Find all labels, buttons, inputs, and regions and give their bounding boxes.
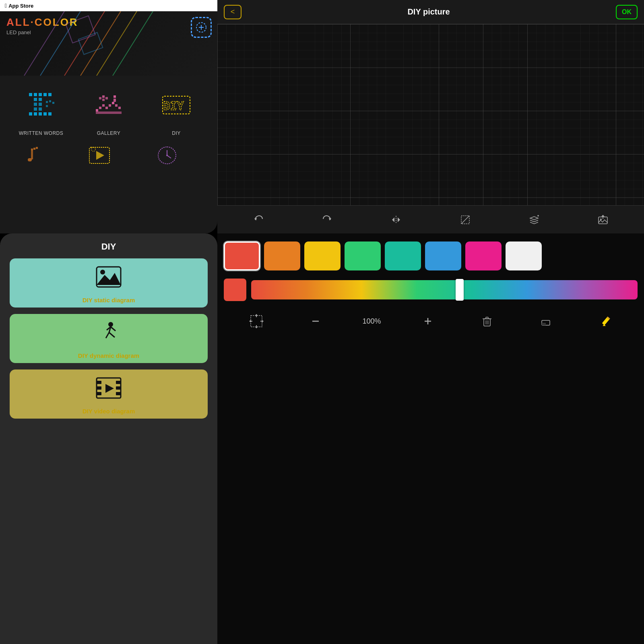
written-words-icon [19, 83, 63, 127]
svg-rect-44 [114, 95, 116, 98]
zoom-indicator: 100% [362, 317, 381, 326]
zoom-out-button[interactable] [303, 309, 328, 333]
swatch-teal[interactable] [385, 242, 421, 270]
diy-video-option[interactable]: DIY video diagram [10, 369, 208, 419]
color-swatches-row [224, 242, 638, 270]
pencil-button[interactable] [593, 309, 617, 333]
swatch-blue[interactable] [425, 242, 461, 270]
svg-rect-7 [78, 33, 103, 55]
diy-label: DIY [172, 130, 181, 136]
svg-rect-93 [251, 316, 262, 327]
svg-rect-34 [105, 107, 108, 109]
written-words-item[interactable]: WRITTEN WORDS [10, 83, 72, 136]
svg-rect-13 [39, 93, 42, 96]
swatch-red[interactable] [224, 242, 260, 270]
diy-menu-panel: DIY DIY static diagram [0, 233, 217, 644]
swatch-white[interactable] [506, 242, 542, 270]
svg-rect-37 [115, 104, 118, 107]
nav-title: DIY picture [407, 7, 450, 17]
swatch-pink[interactable] [465, 242, 502, 270]
svg-marker-67 [398, 217, 400, 222]
diy-dynamic-option[interactable]: DIY dynamic diagram [10, 314, 208, 363]
svg-marker-64 [329, 218, 331, 221]
svg-rect-23 [34, 112, 37, 116]
svg-marker-92 [105, 384, 114, 393]
trash-button[interactable] [475, 309, 499, 333]
layers-button[interactable] [525, 211, 543, 229]
svg-marker-63 [254, 218, 257, 221]
svg-rect-20 [34, 107, 37, 111]
svg-rect-87 [97, 386, 101, 390]
app-logo: ALL·COLOR [6, 16, 211, 29]
svg-rect-36 [112, 102, 114, 104]
swatch-green[interactable] [345, 242, 381, 270]
video-play-icon-partial[interactable] [77, 143, 122, 167]
swatch-orange[interactable] [264, 242, 300, 270]
static-diagram-icon [95, 265, 123, 293]
svg-rect-52 [28, 158, 32, 161]
svg-point-79 [108, 322, 113, 327]
app-sub: LED panel [6, 29, 211, 35]
mirror-button[interactable] [387, 211, 405, 229]
grid-svg: // We'll generate in the SVG via defs pa… [217, 24, 644, 205]
gallery-label: GALLERY [97, 130, 121, 136]
svg-rect-31 [96, 109, 98, 111]
swatch-yellow[interactable] [304, 242, 341, 270]
svg-rect-49 [33, 148, 35, 150]
zoom-in-button[interactable] [416, 309, 440, 333]
svg-rect-41 [105, 97, 108, 99]
svg-rect-91 [116, 392, 121, 395]
clock-icon-partial[interactable] [145, 143, 189, 167]
app-header: ALL·COLOR LED panel [0, 11, 217, 76]
svg-rect-27 [46, 101, 48, 103]
dynamic-diagram-label: DIY dynamic diagram [78, 352, 139, 359]
svg-marker-99 [249, 320, 251, 322]
svg-rect-28 [49, 100, 51, 102]
svg-marker-97 [255, 327, 258, 328]
color-picker-panel: 100% [217, 233, 644, 644]
svg-marker-101 [262, 320, 264, 322]
svg-rect-26 [48, 112, 52, 116]
svg-rect-50 [36, 147, 38, 149]
music-icon-partial[interactable] [10, 143, 54, 167]
svg-point-59 [166, 155, 168, 156]
add-button[interactable] [191, 17, 212, 38]
svg-rect-32 [99, 107, 101, 109]
diy-static-option[interactable]: DIY static diagram [10, 258, 208, 308]
import-image-button[interactable] [594, 211, 612, 229]
ok-button[interactable]: OK [616, 5, 638, 19]
redo-button[interactable] [318, 211, 336, 229]
transform-button[interactable] [244, 309, 268, 333]
video-diagram-icon [95, 376, 123, 405]
erase-select-button[interactable] [456, 211, 474, 229]
svg-marker-66 [392, 217, 394, 222]
undo-button[interactable] [250, 211, 267, 229]
eraser-button[interactable] [534, 309, 558, 333]
svg-line-83 [111, 327, 116, 331]
diy-item[interactable]: DIY DIY [145, 83, 208, 136]
svg-rect-90 [116, 386, 121, 390]
svg-rect-11 [29, 93, 32, 96]
svg-rect-48 [31, 149, 33, 151]
svg-rect-19 [39, 103, 42, 106]
svg-rect-89 [116, 381, 121, 384]
svg-rect-51 [31, 151, 33, 159]
app-icons-grid: WRITTEN WORDS [0, 76, 217, 143]
svg-line-69 [461, 216, 469, 224]
drawing-canvas[interactable]: // We'll generate in the SVG via defs pa… [217, 24, 644, 205]
gallery-item[interactable]: GALLERY [77, 83, 140, 136]
diy-menu-title: DIY [101, 242, 116, 252]
svg-rect-42 [102, 99, 105, 101]
svg-marker-95 [255, 314, 258, 316]
svg-line-81 [106, 332, 109, 338]
static-diagram-label: DIY static diagram [83, 297, 135, 303]
svg-text:DIY: DIY [163, 99, 184, 113]
back-button[interactable]: < [224, 5, 242, 19]
bottom-toolbar: 100% [224, 309, 638, 333]
svg-marker-78 [97, 273, 121, 285]
slider-thumb[interactable] [456, 279, 464, 301]
zoom-value: 100% [362, 317, 381, 326]
nav-bar: < DIY picture OK [217, 0, 644, 24]
color-slider-track[interactable] [251, 280, 638, 299]
app-store-label: App Store [8, 3, 33, 9]
